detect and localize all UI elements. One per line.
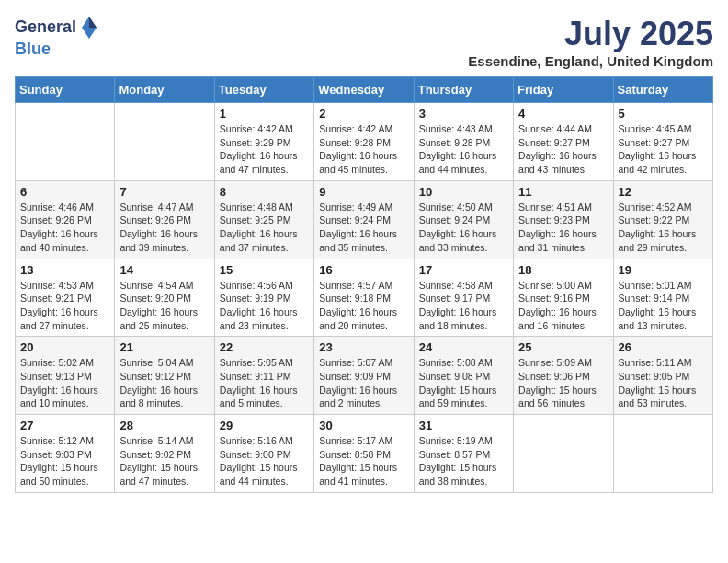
day-info: Sunrise: 4:54 AM Sunset: 9:20 PM Dayligh… xyxy=(119,279,209,333)
calendar: SundayMondayTuesdayWednesdayThursdayFrid… xyxy=(15,76,713,493)
day-header-tuesday: Tuesday xyxy=(214,77,313,103)
calendar-cell: 16Sunrise: 4:57 AM Sunset: 9:18 PM Dayli… xyxy=(314,259,414,337)
calendar-cell: 20Sunrise: 5:02 AM Sunset: 9:13 PM Dayli… xyxy=(16,337,115,415)
calendar-header-row: SundayMondayTuesdayWednesdayThursdayFrid… xyxy=(16,77,713,103)
calendar-cell: 31Sunrise: 5:19 AM Sunset: 8:57 PM Dayli… xyxy=(414,415,513,493)
calendar-cell: 21Sunrise: 5:04 AM Sunset: 9:12 PM Dayli… xyxy=(115,337,214,415)
day-info: Sunrise: 4:45 AM Sunset: 9:27 PM Dayligh… xyxy=(619,122,708,177)
title-area: July 2025 Essendine, England, United Kin… xyxy=(468,15,713,69)
day-number: 5 xyxy=(619,107,708,121)
day-info: Sunrise: 4:57 AM Sunset: 9:18 PM Dayligh… xyxy=(319,279,408,333)
day-number: 9 xyxy=(319,185,408,199)
day-info: Sunrise: 5:12 AM Sunset: 9:03 PM Dayligh… xyxy=(20,434,109,488)
day-number: 29 xyxy=(220,419,309,432)
day-info: Sunrise: 5:08 AM Sunset: 9:08 PM Dayligh… xyxy=(419,356,508,410)
calendar-cell: 3Sunrise: 4:43 AM Sunset: 9:28 PM Daylig… xyxy=(414,103,513,181)
calendar-cell: 11Sunrise: 4:51 AM Sunset: 9:23 PM Dayli… xyxy=(514,180,613,259)
day-info: Sunrise: 4:47 AM Sunset: 9:26 PM Dayligh… xyxy=(119,201,209,255)
calendar-week-5: 27Sunrise: 5:12 AM Sunset: 9:03 PM Dayli… xyxy=(16,415,713,493)
calendar-cell: 12Sunrise: 4:52 AM Sunset: 9:22 PM Dayli… xyxy=(613,180,712,259)
day-number: 25 xyxy=(518,340,608,354)
calendar-cell: 7Sunrise: 4:47 AM Sunset: 9:26 PM Daylig… xyxy=(115,180,214,259)
calendar-cell: 13Sunrise: 4:53 AM Sunset: 9:21 PM Dayli… xyxy=(16,259,115,337)
calendar-cell xyxy=(16,103,115,181)
day-number: 1 xyxy=(220,107,309,121)
calendar-cell: 5Sunrise: 4:45 AM Sunset: 9:27 PM Daylig… xyxy=(613,103,712,181)
day-number: 7 xyxy=(119,185,209,199)
calendar-cell: 1Sunrise: 4:42 AM Sunset: 9:29 PM Daylig… xyxy=(214,103,313,181)
calendar-cell: 14Sunrise: 4:54 AM Sunset: 9:20 PM Dayli… xyxy=(115,259,214,337)
day-info: Sunrise: 4:51 AM Sunset: 9:23 PM Dayligh… xyxy=(518,201,608,255)
day-number: 14 xyxy=(119,263,209,277)
day-number: 22 xyxy=(220,340,309,354)
day-number: 4 xyxy=(518,107,608,121)
day-number: 27 xyxy=(20,419,109,432)
calendar-cell xyxy=(514,415,613,493)
day-number: 16 xyxy=(319,263,408,277)
calendar-week-2: 6Sunrise: 4:46 AM Sunset: 9:26 PM Daylig… xyxy=(16,180,713,259)
day-info: Sunrise: 5:01 AM Sunset: 9:14 PM Dayligh… xyxy=(619,279,708,333)
day-header-monday: Monday xyxy=(115,77,214,103)
month-title: July 2025 xyxy=(468,15,713,53)
day-info: Sunrise: 5:00 AM Sunset: 9:16 PM Dayligh… xyxy=(518,279,608,333)
calendar-cell: 10Sunrise: 4:50 AM Sunset: 9:24 PM Dayli… xyxy=(414,180,513,259)
day-info: Sunrise: 5:11 AM Sunset: 9:05 PM Dayligh… xyxy=(619,356,708,410)
day-info: Sunrise: 4:42 AM Sunset: 9:28 PM Dayligh… xyxy=(319,122,408,177)
day-info: Sunrise: 5:05 AM Sunset: 9:11 PM Dayligh… xyxy=(220,356,309,410)
day-info: Sunrise: 4:50 AM Sunset: 9:24 PM Dayligh… xyxy=(419,201,508,255)
day-number: 21 xyxy=(119,340,209,354)
day-info: Sunrise: 4:48 AM Sunset: 9:25 PM Dayligh… xyxy=(220,201,309,255)
calendar-cell: 22Sunrise: 5:05 AM Sunset: 9:11 PM Dayli… xyxy=(214,337,313,415)
calendar-cell: 19Sunrise: 5:01 AM Sunset: 9:14 PM Dayli… xyxy=(613,259,712,337)
day-info: Sunrise: 5:16 AM Sunset: 9:00 PM Dayligh… xyxy=(220,434,309,488)
calendar-cell: 9Sunrise: 4:49 AM Sunset: 9:24 PM Daylig… xyxy=(314,180,414,259)
day-number: 11 xyxy=(518,185,608,199)
day-number: 2 xyxy=(319,107,408,121)
day-header-friday: Friday xyxy=(514,77,613,103)
calendar-cell: 29Sunrise: 5:16 AM Sunset: 9:00 PM Dayli… xyxy=(214,415,313,493)
calendar-cell: 17Sunrise: 4:58 AM Sunset: 9:17 PM Dayli… xyxy=(414,259,513,337)
day-info: Sunrise: 4:43 AM Sunset: 9:28 PM Dayligh… xyxy=(419,122,508,177)
calendar-cell: 30Sunrise: 5:17 AM Sunset: 8:58 PM Dayli… xyxy=(314,415,414,493)
calendar-cell: 6Sunrise: 4:46 AM Sunset: 9:26 PM Daylig… xyxy=(16,180,115,259)
logo: General Blue xyxy=(15,15,98,59)
calendar-week-3: 13Sunrise: 4:53 AM Sunset: 9:21 PM Dayli… xyxy=(16,259,713,337)
day-number: 30 xyxy=(319,419,408,432)
day-info: Sunrise: 4:42 AM Sunset: 9:29 PM Dayligh… xyxy=(220,122,309,177)
day-number: 31 xyxy=(419,419,508,432)
calendar-cell: 8Sunrise: 4:48 AM Sunset: 9:25 PM Daylig… xyxy=(214,180,313,259)
page-header: General Blue July 2025 Essendine, Englan… xyxy=(15,15,713,69)
day-info: Sunrise: 4:44 AM Sunset: 9:27 PM Dayligh… xyxy=(518,122,608,177)
day-number: 8 xyxy=(220,185,309,199)
day-number: 23 xyxy=(319,340,408,354)
day-number: 26 xyxy=(619,340,708,354)
calendar-cell: 27Sunrise: 5:12 AM Sunset: 9:03 PM Dayli… xyxy=(16,415,115,493)
day-number: 13 xyxy=(20,263,109,277)
day-number: 3 xyxy=(419,107,508,121)
calendar-cell xyxy=(115,103,214,181)
day-info: Sunrise: 4:58 AM Sunset: 9:17 PM Dayligh… xyxy=(419,279,508,333)
location: Essendine, England, United Kingdom xyxy=(468,53,713,69)
calendar-week-1: 1Sunrise: 4:42 AM Sunset: 9:29 PM Daylig… xyxy=(16,103,713,181)
day-info: Sunrise: 5:14 AM Sunset: 9:02 PM Dayligh… xyxy=(119,434,209,488)
day-header-sunday: Sunday xyxy=(16,77,115,103)
calendar-cell: 18Sunrise: 5:00 AM Sunset: 9:16 PM Dayli… xyxy=(514,259,613,337)
day-number: 24 xyxy=(419,340,508,354)
day-number: 10 xyxy=(419,185,508,199)
day-number: 18 xyxy=(518,263,608,277)
calendar-cell: 24Sunrise: 5:08 AM Sunset: 9:08 PM Dayli… xyxy=(414,337,513,415)
day-header-saturday: Saturday xyxy=(613,77,712,103)
day-number: 20 xyxy=(20,340,109,354)
day-info: Sunrise: 4:56 AM Sunset: 9:19 PM Dayligh… xyxy=(220,279,309,333)
day-info: Sunrise: 4:49 AM Sunset: 9:24 PM Dayligh… xyxy=(319,201,408,255)
day-info: Sunrise: 4:46 AM Sunset: 9:26 PM Dayligh… xyxy=(20,201,109,255)
calendar-cell: 25Sunrise: 5:09 AM Sunset: 9:06 PM Dayli… xyxy=(514,337,613,415)
day-number: 17 xyxy=(419,263,508,277)
day-info: Sunrise: 5:02 AM Sunset: 9:13 PM Dayligh… xyxy=(20,356,109,410)
day-info: Sunrise: 4:53 AM Sunset: 9:21 PM Dayligh… xyxy=(20,279,109,333)
day-info: Sunrise: 5:19 AM Sunset: 8:57 PM Dayligh… xyxy=(419,434,508,488)
day-info: Sunrise: 5:17 AM Sunset: 8:58 PM Dayligh… xyxy=(319,434,408,488)
day-number: 15 xyxy=(220,263,309,277)
svg-marker-1 xyxy=(89,17,97,28)
day-info: Sunrise: 5:07 AM Sunset: 9:09 PM Dayligh… xyxy=(319,356,408,410)
